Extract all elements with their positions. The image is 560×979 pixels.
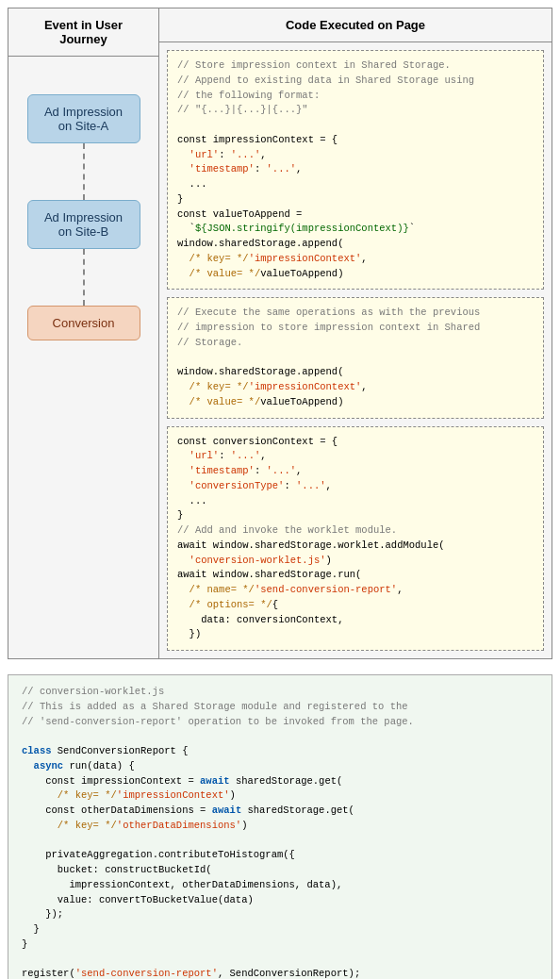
- bottom-code: // conversion-worklet.js // This is adde…: [22, 685, 538, 979]
- code-block-1-content: // Store impression context in Shared St…: [177, 58, 534, 281]
- event-box-conversion: Conversion: [27, 306, 140, 340]
- right-column: Code Executed on Page // Store impressio…: [159, 8, 552, 658]
- code-block-3: const conversionContext = { 'url': '...'…: [167, 426, 544, 652]
- event-box-site-a: Ad Impressionon Site-A: [27, 94, 140, 143]
- top-section: Event in UserJourney Ad Impressionon Sit…: [8, 8, 552, 659]
- main-container: Event in UserJourney Ad Impressionon Sit…: [0, 0, 560, 979]
- code-block-1: // Store impression context in Shared St…: [167, 50, 544, 290]
- left-column: Event in UserJourney Ad Impressionon Sit…: [8, 8, 159, 658]
- code-block-2: // Execute the same operations as with t…: [167, 297, 544, 418]
- connector-line-1: [83, 143, 85, 200]
- left-header: Event in UserJourney: [8, 8, 158, 57]
- right-header: Code Executed on Page: [159, 8, 552, 42]
- connector-line-2: [83, 249, 85, 306]
- code-block-3-content: const conversionContext = { 'url': '...'…: [177, 435, 534, 643]
- code-block-2-content: // Execute the same operations as with t…: [177, 306, 534, 409]
- code-blocks-container: // Store impression context in Shared St…: [159, 42, 552, 658]
- bottom-section: // conversion-worklet.js // This is adde…: [8, 674, 552, 979]
- event-items: Ad Impressionon Site-A Ad Impressionon S…: [8, 57, 158, 647]
- event-box-site-b: Ad Impressionon Site-B: [27, 200, 140, 249]
